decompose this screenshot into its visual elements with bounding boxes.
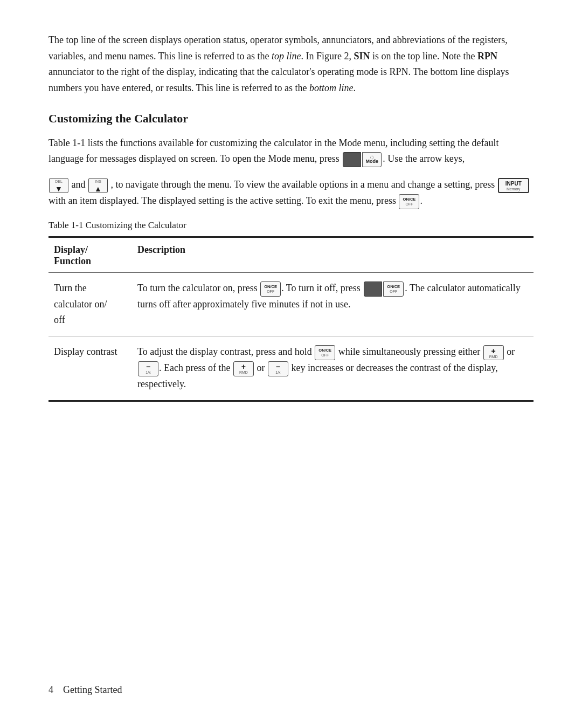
up-arrow-symbol: ▲ (94, 185, 102, 193)
col-header-description: Description (132, 237, 534, 273)
body-paragraph-1: Table 1-1 lists the functions available … (48, 135, 534, 168)
function-turn-on-off: Turn thecalculator on/off (48, 273, 132, 336)
off-label: OFF (405, 202, 413, 206)
mode-key-group: 〈 〉 Mode (342, 152, 382, 167)
function-display-contrast: Display contrast (48, 336, 132, 401)
up-arrow-key: INS ▲ (88, 178, 108, 193)
description-display-contrast: To adjust the display contrast, press an… (132, 336, 534, 401)
plus-symbol: + (491, 347, 496, 355)
minus-symbol: − (146, 363, 150, 370)
down-arrow-symbol: ▼ (55, 185, 63, 193)
onoff-key-hold: ON/CE OFF (315, 345, 335, 360)
section-heading: Customizing the Calculator (48, 112, 534, 126)
onex-label-2: 1/x (275, 370, 280, 374)
onex-label: 1/x (146, 370, 150, 374)
body-paragraph-2: DEL ▼ and INS ▲ , to navigate through th… (48, 177, 534, 209)
rmd-label: RMD (489, 355, 498, 359)
minus-symbol-2: − (276, 363, 280, 370)
input-label: INPUT (505, 181, 522, 187)
bold-rpn: RPN (477, 51, 497, 61)
once-label-2: ON/CE (264, 285, 277, 289)
off-label-3: OFF (390, 290, 397, 293)
intro-paragraph: The top line of the screen displays oper… (48, 32, 534, 97)
table-row-display-contrast: Display contrast To adjust the display c… (48, 336, 534, 401)
italic-bottom-line: bottom line (309, 83, 354, 93)
table-header-row: Display/Function Description (48, 237, 534, 273)
plus-symbol-2: + (241, 363, 246, 370)
mode-key-label: Mode (366, 159, 379, 164)
footer: 4 Getting Started (48, 684, 122, 696)
off-key-group: ON/CE OFF (363, 281, 404, 297)
plus-key-2: + RMD (233, 361, 254, 376)
once-label-4: ON/CE (318, 348, 331, 353)
italic-top-line: top line (272, 51, 301, 61)
dark-key-2 (364, 281, 382, 297)
page-number: 4 (48, 684, 53, 696)
minus-key-2: − 1/x (268, 361, 288, 376)
description-turn-on-off: To turn the calculator on, press ON/CE O… (132, 273, 534, 336)
off-label-2: OFF (267, 290, 274, 293)
onoff-key-on: ON/CE OFF (260, 281, 281, 297)
dark-key (343, 152, 361, 167)
onoff-key-exit: ON/CE OFF (399, 194, 419, 209)
input-key: INPUT Memory (498, 178, 529, 193)
once-label-3: ON/CE (387, 285, 400, 289)
off-label-4: OFF (321, 353, 329, 357)
minus-key: − 1/x (138, 361, 158, 376)
once-label: ON/CE (403, 197, 416, 202)
customizing-table: Display/Function Description Turn thecal… (48, 236, 534, 402)
bold-sin: SIN (354, 51, 370, 61)
down-arrow-key: DEL ▼ (49, 178, 68, 193)
col-header-display: Display/Function (48, 237, 132, 273)
page: The top line of the screen displays oper… (0, 0, 582, 728)
footer-section-label: Getting Started (63, 684, 122, 696)
memory-label: Memory (507, 187, 520, 191)
table-row-turn-on-off: Turn thecalculator on/off To turn the ca… (48, 273, 534, 336)
onoff-key-off: ON/CE OFF (383, 281, 404, 297)
mode-key: 〈 〉 Mode (362, 152, 382, 167)
plus-key: + RMD (483, 345, 504, 360)
table-caption: Table 1-1 Customizing the Calculator (48, 220, 534, 231)
rmd-label-2: RMD (239, 370, 248, 374)
